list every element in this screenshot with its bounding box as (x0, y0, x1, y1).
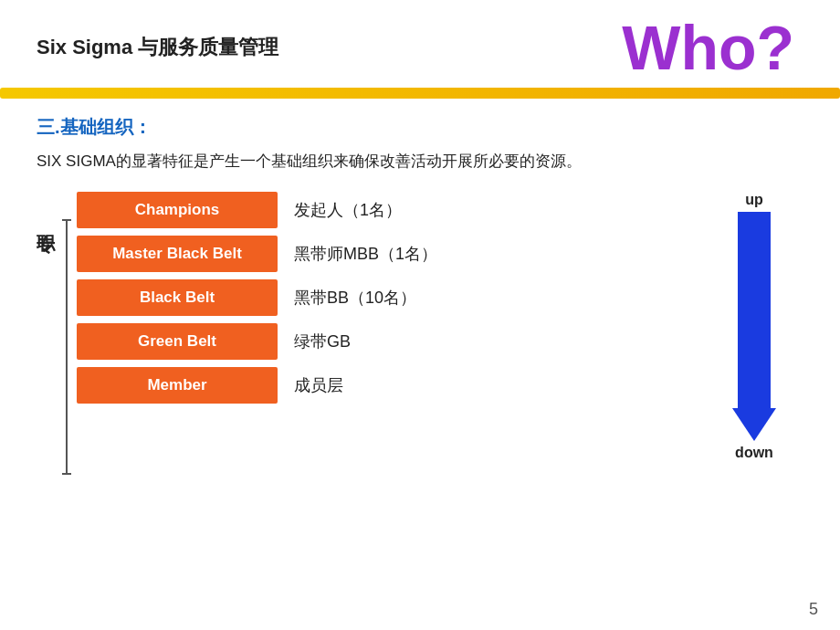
org-area: 专职 Champions发起人（1名）Master Black Belt黑带师M… (37, 192, 803, 475)
org-row: Black Belt黑带BB（10名） (77, 279, 437, 316)
org-box-0: Champions (77, 192, 278, 228)
org-box-1: Master Black Belt (77, 236, 278, 272)
section-title: 三.基础组织： (37, 115, 803, 140)
org-row: Green Belt绿带GB (77, 323, 437, 360)
org-row: Member成员层 (77, 367, 437, 404)
org-desc-2: 黑带BB（10名） (294, 287, 416, 309)
bracket (62, 219, 71, 475)
arrow-up-label: up (745, 192, 763, 208)
org-box-4: Member (77, 367, 278, 404)
bracket-bottom (62, 473, 71, 475)
org-desc-4: 成员层 (294, 374, 343, 396)
org-desc-1: 黑带师MBB（1名） (294, 243, 437, 265)
page-title: Six Sigma 与服务质量管理 (37, 34, 278, 61)
org-desc-3: 绿带GB (294, 331, 351, 352)
arrow-head (732, 408, 776, 441)
main-content: 三.基础组织： SIX SIGMA的显著特征是产生一个基础组织来确保改善活动开展… (0, 115, 840, 475)
page-number: 5 (809, 600, 818, 619)
rows-area: Champions发起人（1名）Master Black Belt黑带师MBB（… (77, 192, 437, 404)
arrow-area: up down (732, 192, 776, 461)
bracket-line (66, 221, 68, 473)
org-box-3: Green Belt (77, 323, 278, 360)
arrow-shaft (738, 212, 771, 408)
yellow-divider (0, 88, 840, 99)
section-description: SIX SIGMA的显著特征是产生一个基础组织来确保改善活动开展所必要的资源。 (37, 149, 803, 175)
org-desc-0: 发起人（1名） (294, 199, 402, 221)
org-box-2: Black Belt (77, 279, 278, 316)
arrow-down-label: down (735, 445, 773, 461)
who-label: Who? (622, 16, 794, 79)
special-label: 专职 (37, 219, 55, 223)
header: Six Sigma 与服务质量管理 Who? (0, 0, 840, 79)
org-row: Master Black Belt黑带师MBB（1名） (77, 236, 437, 272)
org-row: Champions发起人（1名） (77, 192, 437, 228)
